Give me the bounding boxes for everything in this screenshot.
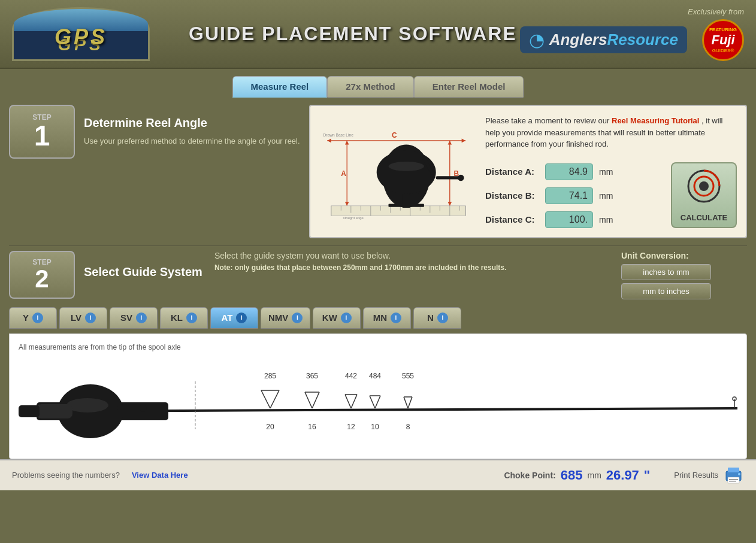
anglers-label: Anglers [549, 31, 607, 48]
step2-description: Select Guide System [84, 265, 202, 284]
svg-marker-11 [447, 202, 452, 206]
logo-box: GPS GPS [12, 7, 150, 61]
N-info-icon[interactable]: i [437, 313, 448, 323]
svg-text:442: 442 [345, 372, 357, 380]
reel-info-area: Please take a moment to review our Reel … [485, 115, 737, 228]
distance-a-row: Distance A: mm [485, 163, 613, 180]
guide-tab-KL[interactable]: KL i [160, 307, 208, 329]
svg-rect-51 [117, 407, 141, 410]
step2-badge-desc: STEP 2 Select Guide System [9, 251, 202, 299]
print-results-button[interactable]: Print Results [674, 466, 744, 484]
guide-tab-LV[interactable]: LV i [59, 307, 107, 329]
choke-inches-value: 26.97 [606, 468, 639, 483]
tab-measure-reel[interactable]: Measure Reel [232, 76, 328, 98]
fuji-badge: FEATURING Fuji GUIDES® [702, 19, 744, 61]
svg-text:12: 12 [347, 423, 355, 431]
reel-measuring-link[interactable]: Reel Measuring Tutorial [612, 116, 699, 125]
calculate-label: CALCULATE [681, 213, 727, 222]
fuji-featuring-label: FEATURING [709, 27, 737, 32]
svg-text:straight edge: straight edge [343, 216, 364, 220]
tab-enter-reel-model[interactable]: Enter Reel Model [414, 76, 524, 98]
bottom-bar: Problems seeing the numbers? View Data H… [0, 459, 756, 490]
step1-subtitle: Use your preferred method to determine t… [84, 136, 300, 147]
step2-note: Note: only guides that place between 250… [214, 263, 609, 272]
choke-mm-unit: mm [587, 471, 601, 480]
guide-tab-KW[interactable]: KW i [313, 307, 361, 329]
guide-tab-MN[interactable]: MN i [363, 307, 411, 329]
calculate-button[interactable]: CALCULATE [671, 162, 737, 228]
AT-info-icon[interactable]: i [236, 313, 247, 323]
distance-a-input[interactable] [545, 163, 593, 180]
svg-point-52 [140, 405, 147, 412]
guide-tab-NMV[interactable]: NMV i [261, 307, 310, 329]
svg-text:8: 8 [406, 423, 410, 431]
tab-27x-method[interactable]: 27x Method [327, 76, 414, 98]
guide-tab-N[interactable]: N i [413, 307, 461, 329]
NMV-info-icon[interactable]: i [292, 313, 303, 323]
svg-text:365: 365 [306, 372, 318, 380]
choke-inches-unit: " [644, 468, 650, 483]
svg-text:285: 285 [264, 372, 276, 380]
guide-tab-AT[interactable]: AT i [210, 307, 258, 329]
svg-point-32 [376, 150, 436, 194]
step1-row: STEP 1 Determine Reel Angle Use your pre… [0, 98, 756, 245]
MN-info-icon[interactable]: i [391, 313, 401, 323]
LV-info-icon[interactable]: i [85, 313, 96, 323]
choke-point-area: Choke Point: 685 mm 26.97 " [504, 468, 650, 483]
svg-text:A: A [341, 169, 346, 178]
distance-a-label: Distance A: [485, 166, 539, 177]
KL-info-icon[interactable]: i [186, 313, 197, 323]
step2-title: Select Guide System [84, 265, 202, 279]
guide-tabs-row: Y i LV i SV i KL i AT i NMV i [0, 307, 756, 333]
KW-info-icon[interactable]: i [341, 313, 352, 323]
step1-number: 1 [34, 122, 50, 150]
brand-area: Exclusively from ◔ AnglersResource FEATU… [520, 7, 744, 61]
distance-c-input[interactable] [545, 211, 593, 228]
choke-point-label: Choke Point: [504, 471, 555, 480]
reel-diagram-area: Drawn Base Line C A [319, 115, 473, 228]
svg-text:16: 16 [308, 423, 316, 431]
svg-line-61 [312, 392, 319, 408]
svg-rect-53 [37, 404, 72, 418]
distance-c-label: Distance C: [485, 214, 539, 225]
svg-line-73 [408, 397, 412, 408]
svg-marker-7 [344, 202, 349, 206]
title-area: GUIDE PLACEMENT SOFTWARE [186, 23, 520, 45]
svg-line-65 [351, 395, 357, 408]
svg-marker-10 [447, 141, 452, 145]
svg-line-72 [404, 397, 408, 408]
svg-rect-81 [729, 479, 738, 480]
print-label: Print Results [674, 471, 718, 480]
step2-badge: STEP 2 [9, 251, 75, 299]
reel-diagram-svg: Drawn Base Line C A [319, 115, 473, 222]
mm-to-inches-button[interactable]: mm to inches [621, 283, 711, 299]
svg-point-83 [738, 473, 740, 475]
step1-badge-desc: STEP 1 Determine Reel Angle Use your pre… [9, 105, 300, 159]
svg-rect-35 [436, 176, 459, 179]
Y-info-icon[interactable]: i [32, 313, 43, 323]
svg-line-60 [305, 392, 312, 408]
unit-conversion-panel: Unit Conversion: inches to mm mm to inch… [621, 251, 747, 302]
guide-tabs: Y i LV i SV i KL i AT i NMV i [9, 307, 747, 329]
svg-line-68 [370, 396, 375, 408]
view-data-link[interactable]: View Data Here [132, 471, 188, 480]
svg-point-36 [458, 175, 464, 181]
svg-line-69 [375, 396, 380, 408]
measurements-and-calc: Distance A: mm Distance B: mm Distance C… [485, 162, 737, 228]
distance-b-input[interactable] [545, 187, 593, 204]
print-icon [723, 466, 744, 484]
calculate-icon [686, 168, 722, 211]
guide-tab-SV[interactable]: SV i [110, 307, 158, 329]
reel-panel: Drawn Base Line C A [309, 105, 747, 238]
svg-text:C: C [392, 131, 397, 139]
SV-info-icon[interactable]: i [136, 313, 147, 323]
svg-text:484: 484 [369, 372, 381, 380]
guide-tab-Y[interactable]: Y i [9, 307, 57, 329]
reel-info-text: Please take a moment to review our Reel … [485, 115, 737, 150]
step2-row: STEP 2 Select Guide System Select the gu… [0, 246, 756, 307]
svg-text:Drawn Base Line: Drawn Base Line [323, 133, 353, 137]
distance-b-unit: mm [599, 191, 613, 201]
problems-text: Problems seeing the numbers? [12, 471, 120, 480]
unit-conversion-title: Unit Conversion: [621, 251, 747, 260]
inches-to-mm-button[interactable]: inches to mm [621, 264, 711, 280]
